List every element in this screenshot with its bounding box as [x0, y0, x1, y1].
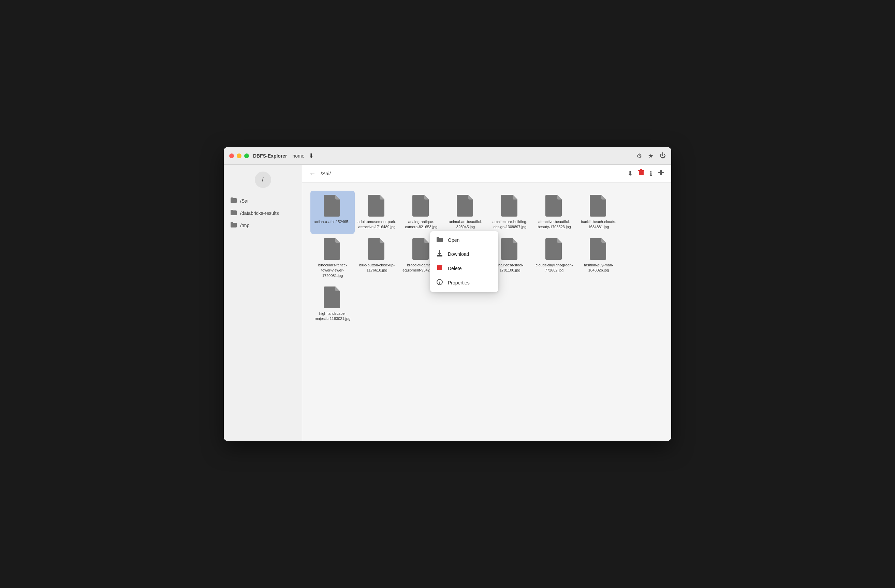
sidebar-item-sai[interactable]: /Sai: [224, 195, 302, 207]
pathbar-actions: ⬇ ℹ: [628, 169, 664, 178]
svg-text:i: i: [439, 281, 440, 285]
sidebar-item-databricks[interactable]: /databricks-results: [224, 207, 302, 219]
context-delete-label: Delete: [448, 266, 461, 271]
maximize-button[interactable]: [244, 153, 249, 158]
file-name: binoculars-fence-tower-viewer-1720081.jp…: [313, 263, 352, 278]
folder-icon: [231, 197, 237, 204]
download-icon[interactable]: ⬇: [309, 152, 314, 160]
app-title: DBFS-Explorer: [253, 153, 287, 159]
app-window: DBFS-Explorer home ⬇ ⚙ ★ ⏻ / /Sai: [224, 147, 671, 441]
sidebar-item-label: /databricks-results: [240, 211, 279, 216]
titlebar: DBFS-Explorer home ⬇ ⚙ ★ ⏻: [224, 147, 671, 165]
close-button[interactable]: [229, 153, 234, 158]
pathbar-delete-icon[interactable]: [638, 169, 644, 178]
context-menu: Open Download Delete i: [430, 231, 498, 292]
file-item[interactable]: analog-antique-camera-821653.jpg: [399, 191, 443, 234]
file-name: action-a-athl-152465...: [314, 219, 351, 224]
file-item[interactable]: clouds-daylight-green-772662.jpg: [532, 234, 576, 282]
svg-rect-5: [437, 266, 442, 270]
content-area: ← /Sai/ ⬇ ℹ: [302, 165, 671, 441]
file-item[interactable]: architecture-building-design-1309897.jpg: [488, 191, 532, 234]
context-menu-delete[interactable]: Delete: [430, 261, 498, 276]
svg-rect-0: [639, 171, 644, 175]
pathbar-add-icon[interactable]: [658, 169, 664, 178]
svg-rect-7: [438, 265, 441, 266]
file-item[interactable]: adult-amusement-park-attractive-1716489.…: [355, 191, 399, 234]
folder-icon: [231, 210, 237, 217]
pathbar-download-icon[interactable]: ⬇: [628, 170, 633, 177]
sidebar-item-tmp[interactable]: /tmp: [224, 219, 302, 232]
file-item[interactable]: blue-button-close-up-1176618.jpg: [355, 234, 399, 282]
context-menu-download[interactable]: Download: [430, 247, 498, 261]
context-menu-properties[interactable]: i Properties: [430, 276, 498, 290]
file-name: analog-antique-camera-821653.jpg: [402, 219, 441, 230]
settings-icon[interactable]: ⚙: [636, 152, 642, 160]
current-path: /Sai/: [321, 171, 628, 176]
sidebar-item-label: /tmp: [240, 223, 249, 228]
star-icon[interactable]: ★: [648, 152, 654, 160]
sidebar-item-label: /Sai: [240, 198, 248, 204]
context-menu-open[interactable]: Open: [430, 233, 498, 247]
file-item[interactable]: high-landscape-majestic-1183021.jpg: [310, 282, 355, 326]
back-button[interactable]: ←: [309, 170, 316, 177]
file-item[interactable]: animal-art-beautiful-325045.jpg: [443, 191, 488, 234]
file-grid: action-a-athl-152465... adult-amusement-…: [302, 182, 671, 441]
file-item[interactable]: attractive-beautiful-beauty-1708523.jpg: [532, 191, 576, 234]
nav-home[interactable]: home: [293, 153, 305, 159]
file-item[interactable]: action-a-athl-152465...: [310, 191, 355, 234]
file-name: fashion-guy-man-1643026.jpg: [579, 263, 618, 273]
pathbar: ← /Sai/ ⬇ ℹ: [302, 165, 671, 182]
titlebar-right: ⚙ ★ ⏻: [636, 152, 666, 160]
file-item[interactable]: backlit-beach-clouds-1684881.jpg: [576, 191, 621, 234]
power-icon[interactable]: ⏻: [660, 152, 666, 159]
file-name: adult-amusement-park-attractive-1716489.…: [358, 219, 396, 230]
file-name: architecture-building-design-1309897.jpg: [490, 219, 529, 230]
sidebar: / /Sai /databricks-results /tmp: [224, 165, 302, 441]
file-name: blue-button-close-up-1176618.jpg: [358, 263, 396, 273]
folder-open-icon: [436, 237, 443, 244]
sidebar-root-item[interactable]: /: [255, 171, 271, 188]
file-name: animal-art-beautiful-325045.jpg: [446, 219, 485, 230]
folder-icon: [231, 222, 237, 229]
main-content: / /Sai /databricks-results /tmp: [224, 165, 671, 441]
svg-rect-4: [658, 172, 664, 173]
file-item[interactable]: fashion-guy-man-1643026.jpg: [576, 234, 621, 282]
pathbar-info-icon[interactable]: ℹ: [650, 170, 652, 177]
trash-icon: [436, 265, 443, 272]
svg-rect-2: [640, 169, 642, 171]
download-icon: [436, 250, 443, 258]
file-name: clouds-daylight-green-772662.jpg: [535, 263, 574, 273]
traffic-lights: [229, 153, 249, 158]
context-properties-label: Properties: [448, 280, 470, 285]
info-icon: i: [436, 279, 443, 286]
file-name: attractive-beautiful-beauty-1708523.jpg: [535, 219, 574, 230]
file-name: high-landscape-majestic-1183021.jpg: [313, 311, 352, 321]
context-open-label: Open: [448, 237, 460, 243]
file-item[interactable]: binoculars-fence-tower-viewer-1720081.jp…: [310, 234, 355, 282]
minimize-button[interactable]: [237, 153, 241, 158]
context-download-label: Download: [448, 252, 469, 257]
file-name: backlit-beach-clouds-1684881.jpg: [579, 219, 618, 230]
